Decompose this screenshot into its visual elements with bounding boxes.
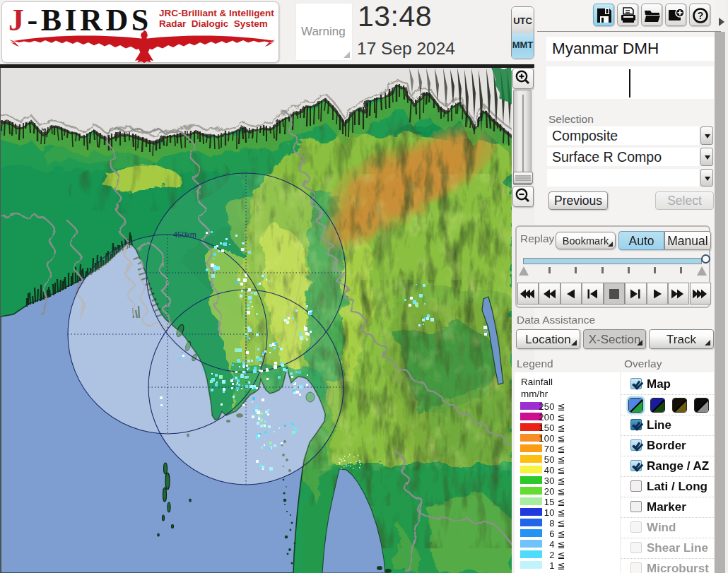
svg-text:450km: 450km [173,230,196,239]
svg-text:?: ? [698,10,704,21]
